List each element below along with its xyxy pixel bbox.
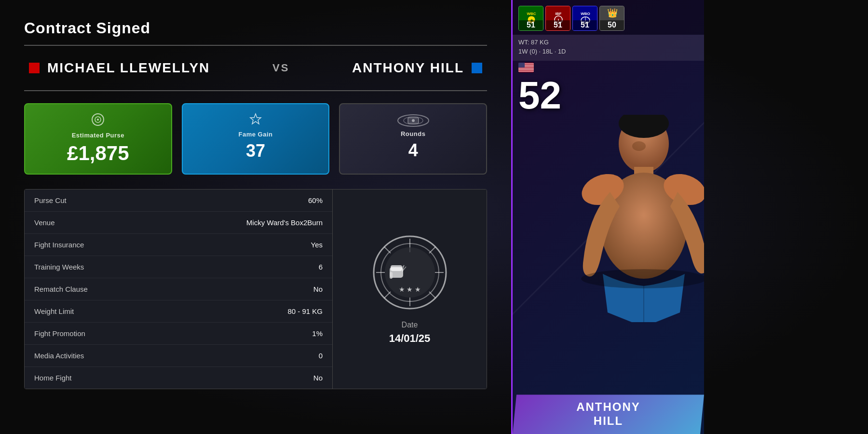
fighter-name-banner: ANTHONY HILL xyxy=(513,394,704,434)
card-stats-panel: WT: 87 KG 1W (0) · 18L · 1D xyxy=(513,35,704,61)
matchup-divider xyxy=(24,90,487,91)
purse-icon xyxy=(35,113,162,129)
fight-info-panel: ★ ★ ★ Date 14/01/25 xyxy=(332,190,487,389)
blue-corner-indicator xyxy=(472,63,482,73)
fighter-image-area: ANTHONY HILL xyxy=(513,115,704,434)
fighter1-indicator: MICHAEL LLEWELLYN xyxy=(29,60,210,76)
detail-label-venue: Venue xyxy=(34,218,55,227)
fighter2-name: ANTHONY HILL xyxy=(352,60,464,76)
purse-card: Estimated Purse £1,875 xyxy=(24,103,172,175)
detail-label-purse-cut: Purse Cut xyxy=(34,196,67,204)
svg-point-49 xyxy=(581,269,704,288)
detail-label-home: Home Fight xyxy=(34,374,72,382)
card-inner: WBC ★ 51 IBF I 51 xyxy=(513,0,704,434)
detail-label-media: Media Activities xyxy=(34,352,84,360)
fighter1-name: MICHAEL LLEWELLYN xyxy=(47,60,210,76)
detail-value-insurance: Yes xyxy=(311,241,323,249)
fame-label: Fame Gain xyxy=(192,131,319,138)
detail-row-insurance: Fight Insurance Yes xyxy=(25,234,332,256)
detail-label-rematch: Rematch Clause xyxy=(34,285,88,293)
svg-marker-3 xyxy=(250,114,261,124)
detail-value-home: No xyxy=(313,374,323,382)
detail-row-promotion: Fight Promotion 1% xyxy=(25,323,332,345)
svg-text:★ ★ ★: ★ ★ ★ xyxy=(398,285,421,293)
svg-text:WBO: WBO xyxy=(581,12,590,16)
card-badges: WBC ★ 51 IBF I 51 xyxy=(513,0,704,35)
detail-row-venue: Venue Micky Ward's Box2Burn xyxy=(25,212,332,234)
detail-value-rematch: No xyxy=(313,285,323,293)
svg-line-15 xyxy=(384,247,391,253)
us-flag xyxy=(518,63,534,72)
fame-value: 37 xyxy=(192,141,319,161)
svg-line-18 xyxy=(429,292,435,298)
rounds-card: Rounds 4 xyxy=(339,103,487,175)
title-divider xyxy=(24,45,487,46)
detail-row-rematch: Rematch Clause No xyxy=(25,278,332,300)
red-corner-indicator xyxy=(29,63,40,73)
badge-wbo: WBO 51 xyxy=(572,6,597,31)
detail-row-media: Media Activities 0 xyxy=(25,345,332,367)
fame-icon xyxy=(192,113,319,128)
main-container: Contract Signed MICHAEL LLEWELLYN VS ANT… xyxy=(0,0,868,434)
badge-ibf-number: 51 xyxy=(546,20,570,30)
badge-wbc: WBC ★ 51 xyxy=(518,6,543,31)
details-table: Purse Cut 60% Venue Micky Ward's Box2Bur… xyxy=(25,190,332,389)
stats-cards: Estimated Purse £1,875 Fame Gain 37 xyxy=(24,103,487,175)
fighter-card: WBC ★ 51 IBF I 51 xyxy=(511,0,704,434)
detail-row-weight: Weight Limit 80 - 91 KG xyxy=(25,300,332,323)
badge-special: 👑 50 xyxy=(599,6,624,31)
detail-row-training: Training Weeks 6 xyxy=(25,256,332,278)
fight-date-label: Date xyxy=(402,321,418,329)
detail-value-weight: 80 - 91 KG xyxy=(287,307,323,315)
purse-label: Estimated Purse xyxy=(35,132,162,139)
badge-wbo-number: 51 xyxy=(573,20,597,30)
detail-value-training: 6 xyxy=(319,263,323,271)
svg-text:WBC: WBC xyxy=(527,12,536,16)
detail-value-venue: Micky Ward's Box2Burn xyxy=(246,218,323,227)
detail-label-insurance: Fight Insurance xyxy=(34,241,84,249)
svg-point-47 xyxy=(632,141,646,151)
card-record: 1W (0) · 18L · 1D xyxy=(518,48,698,55)
rounds-belt-icon xyxy=(350,113,476,128)
fame-card: Fame Gain 37 xyxy=(182,103,330,175)
vs-text: VS xyxy=(272,62,289,74)
details-section: Purse Cut 60% Venue Micky Ward's Box2Bur… xyxy=(24,189,487,389)
matchup-row: MICHAEL LLEWELLYN VS ANTHONY HILL xyxy=(24,60,487,76)
rounds-label: Rounds xyxy=(350,130,476,137)
svg-rect-22 xyxy=(390,272,393,279)
page-title: Contract Signed xyxy=(24,19,487,37)
detail-value-media: 0 xyxy=(319,352,323,360)
badge-wbc-number: 51 xyxy=(519,20,543,30)
svg-point-7 xyxy=(412,119,415,122)
purse-value: £1,875 xyxy=(35,142,162,165)
detail-value-promotion: 1% xyxy=(312,329,323,338)
card-rating: 52 xyxy=(513,76,704,115)
fighter-card-name: ANTHONY HILL xyxy=(520,400,696,428)
detail-label-training: Training Weeks xyxy=(34,263,84,271)
left-content: Contract Signed MICHAEL LLEWELLYN VS ANT… xyxy=(0,0,511,434)
svg-line-16 xyxy=(429,247,435,253)
fight-logo: ★ ★ ★ xyxy=(371,234,448,311)
svg-text:IBF: IBF xyxy=(556,12,562,16)
detail-label-weight: Weight Limit xyxy=(34,307,74,315)
svg-line-17 xyxy=(384,292,391,298)
detail-row-purse-cut: Purse Cut 60% xyxy=(25,190,332,212)
svg-text:👑: 👑 xyxy=(607,8,618,18)
badge-special-number: 50 xyxy=(600,20,624,30)
rounds-value: 4 xyxy=(350,140,476,161)
badge-ibf: IBF I 51 xyxy=(545,6,570,31)
fight-date-value: 14/01/25 xyxy=(389,332,431,345)
detail-row-home: Home Fight No xyxy=(25,367,332,389)
card-weight: WT: 87 KG xyxy=(518,39,698,46)
detail-label-promotion: Fight Promotion xyxy=(34,329,85,338)
svg-point-2 xyxy=(97,119,99,121)
fighter-silhouette xyxy=(550,115,704,351)
detail-value-purse-cut: 60% xyxy=(308,196,323,204)
fighter2-indicator: ANTHONY HILL xyxy=(352,60,482,76)
